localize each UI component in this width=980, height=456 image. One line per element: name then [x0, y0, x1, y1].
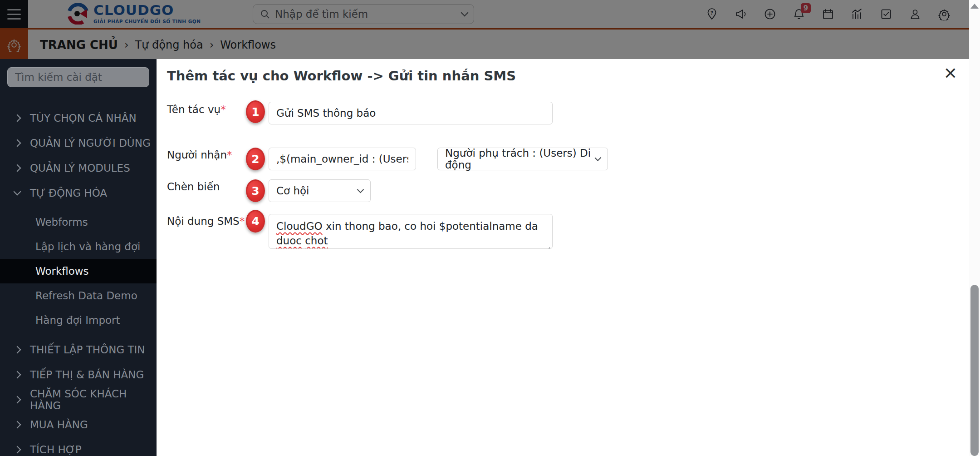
sidebar-section-label: TÙY CHỌN CÁ NHÂN	[30, 112, 137, 124]
step-4-marker: 4	[246, 210, 265, 233]
sidebar-section-label: TỰ ĐỘNG HÓA	[30, 187, 107, 199]
task-name-label: Tên tác vụ*	[167, 104, 226, 115]
sidebar-section-label: THIẾT LẬP THÔNG TIN	[30, 344, 145, 356]
sidebar-section-purchasing[interactable]: MUA HÀNG	[0, 412, 157, 437]
sidebar-section-automation[interactable]: TỰ ĐỘNG HÓA	[0, 180, 157, 205]
recipient-label: Người nhận*	[167, 149, 232, 161]
add-workflow-task-modal: Thêm tác vụ cho Workflow -> Gửi tin nhắn…	[157, 59, 969, 456]
sms-content-textarea[interactable]: CloudGO xin thong bao, co hoi $potential…	[269, 214, 553, 249]
recipient-picker-value: Người phụ trách : (Users) Di động	[445, 147, 596, 171]
chevron-right-icon	[14, 421, 21, 428]
sidebar-item-workflows[interactable]: Workflows	[0, 259, 157, 283]
scroll-up-arrow-icon[interactable]	[970, 4, 979, 9]
insert-variable-label: Chèn biến	[167, 181, 220, 193]
chevron-right-icon	[14, 346, 21, 353]
sidebar-section-integration[interactable]: TÍCH HỢP	[0, 437, 157, 456]
chevron-right-icon	[14, 114, 21, 122]
sidebar-item-webforms[interactable]: Webforms	[0, 210, 157, 234]
sms-content-label: Nội dung SMS*	[167, 215, 245, 227]
insert-variable-value: Cơ hội	[276, 185, 309, 197]
sidebar-item-import-queue[interactable]: Hàng đợi Import	[0, 308, 157, 332]
page-scrollbar[interactable]	[969, 0, 980, 456]
recipient-field-picker[interactable]: Người phụ trách : (Users) Di động	[437, 148, 608, 170]
task-name-input[interactable]	[269, 102, 553, 124]
sidebar-section-marketing-sales[interactable]: TIẾP THỊ & BÁN HÀNG	[0, 362, 157, 387]
resize-handle-icon[interactable]	[544, 241, 550, 247]
sidebar-item-refresh-data-demo[interactable]: Refresh Data Demo	[0, 283, 157, 308]
chevron-right-icon	[14, 164, 21, 172]
sidebar-section-label: MUA HÀNG	[30, 419, 88, 431]
sidebar-section-customer-care[interactable]: CHĂM SÓC KHÁCH HÀNG	[0, 387, 157, 412]
step-3-marker: 3	[246, 179, 265, 202]
sidebar-section-label: TIẾP THỊ & BÁN HÀNG	[30, 369, 144, 381]
chevron-right-icon	[14, 371, 21, 378]
automation-submenu: Webforms Lập lịch và hàng đợi Workflows …	[0, 210, 157, 332]
chevron-right-icon	[14, 139, 21, 147]
chevron-down-icon	[14, 188, 21, 195]
sidebar-section-label: TÍCH HỢP	[30, 444, 82, 456]
sidebar-section-label: QUẢN LÝ MODULES	[30, 162, 130, 174]
sidebar-item-scheduler-queue[interactable]: Lập lịch và hàng đợi	[0, 234, 157, 259]
sidebar-section-user-management[interactable]: QUẢN LÝ NGƯỜI DÙNG	[0, 130, 157, 155]
sidebar-section-personal-options[interactable]: TÙY CHỌN CÁ NHÂN	[0, 105, 157, 130]
sidebar-search-input[interactable]	[7, 67, 149, 87]
modal-dim-overlay	[0, 0, 969, 59]
recipient-input[interactable]	[269, 148, 416, 170]
sidebar-nav: TÙY CHỌN CÁ NHÂN QUẢN LÝ NGƯỜI DÙNG QUẢN…	[0, 105, 157, 456]
sidebar-section-label: QUẢN LÝ NGƯỜI DÙNG	[30, 137, 151, 149]
modal-title: Thêm tác vụ cho Workflow -> Gửi tin nhắn…	[167, 68, 516, 84]
sidebar-section-module-management[interactable]: QUẢN LÝ MODULES	[0, 155, 157, 180]
settings-sidebar: TÙY CHỌN CÁ NHÂN QUẢN LÝ NGƯỜI DÙNG QUẢN…	[0, 59, 157, 456]
sidebar-section-label: CHĂM SÓC KHÁCH HÀNG	[30, 388, 157, 411]
sidebar-section-info-setup[interactable]: THIẾT LẬP THÔNG TIN	[0, 337, 157, 362]
scrollbar-thumb[interactable]	[970, 285, 979, 456]
chevron-down-icon	[357, 186, 364, 193]
step-2-marker: 2	[246, 148, 265, 170]
step-1-marker: 1	[246, 100, 265, 123]
insert-variable-select[interactable]: Cơ hội	[269, 179, 371, 202]
chevron-right-icon	[14, 446, 21, 453]
chevron-right-icon	[14, 396, 21, 403]
close-icon[interactable]: ✕	[944, 65, 957, 82]
